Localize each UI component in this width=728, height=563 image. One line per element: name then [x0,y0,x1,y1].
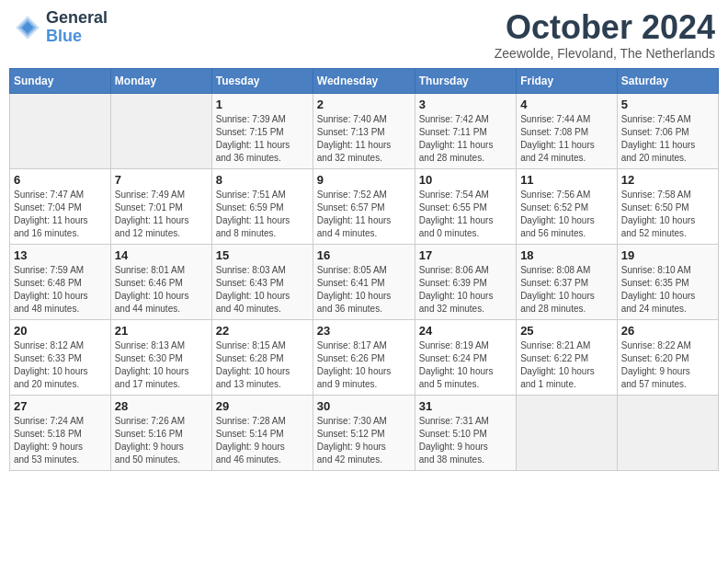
calendar-cell [110,93,211,168]
calendar-cell: 7Sunrise: 7:49 AM Sunset: 7:01 PM Daylig… [110,168,211,244]
calendar-cell: 2Sunrise: 7:40 AM Sunset: 7:13 PM Daylig… [313,93,415,168]
day-info: Sunrise: 8:12 AM Sunset: 6:33 PM Dayligh… [14,339,107,391]
day-info: Sunrise: 7:30 AM Sunset: 5:12 PM Dayligh… [317,415,411,466]
calendar-cell: 19Sunrise: 8:10 AM Sunset: 6:35 PM Dayli… [617,244,718,319]
day-info: Sunrise: 7:42 AM Sunset: 7:11 PM Dayligh… [419,113,512,165]
day-info: Sunrise: 8:05 AM Sunset: 6:41 PM Dayligh… [317,264,411,316]
calendar-cell: 10Sunrise: 7:54 AM Sunset: 6:55 PM Dayli… [415,168,516,244]
calendar-cell [617,395,718,470]
day-number: 6 [14,173,107,187]
calendar-cell: 17Sunrise: 8:06 AM Sunset: 6:39 PM Dayli… [415,244,516,319]
day-number: 20 [14,324,107,338]
day-info: Sunrise: 8:06 AM Sunset: 6:39 PM Dayligh… [419,264,512,316]
day-number: 7 [115,173,208,187]
calendar-table: SundayMondayTuesdayWednesdayThursdayFrid… [9,68,719,471]
calendar-cell: 5Sunrise: 7:45 AM Sunset: 7:06 PM Daylig… [617,93,718,168]
calendar-week-row: 27Sunrise: 7:24 AM Sunset: 5:18 PM Dayli… [10,395,719,470]
day-info: Sunrise: 7:54 AM Sunset: 6:55 PM Dayligh… [419,189,512,240]
day-info: Sunrise: 8:01 AM Sunset: 6:46 PM Dayligh… [115,264,208,316]
calendar-cell: 31Sunrise: 7:31 AM Sunset: 5:10 PM Dayli… [415,395,516,470]
month-title: October 2024 [495,9,715,46]
logo-line1: General [46,9,108,28]
day-info: Sunrise: 8:08 AM Sunset: 6:37 PM Dayligh… [520,264,613,316]
day-number: 4 [520,98,613,111]
calendar-cell: 25Sunrise: 8:21 AM Sunset: 6:22 PM Dayli… [517,319,618,395]
calendar-cell: 30Sunrise: 7:30 AM Sunset: 5:12 PM Dayli… [313,395,415,470]
day-number: 15 [216,248,309,262]
page-header: General Blue October 2024 Zeewolde, Flev… [9,9,719,61]
calendar-cell: 26Sunrise: 8:22 AM Sunset: 6:20 PM Dayli… [617,319,718,395]
calendar-cell: 24Sunrise: 8:19 AM Sunset: 6:24 PM Dayli… [415,319,516,395]
day-number: 26 [621,324,714,338]
calendar-cell: 20Sunrise: 8:12 AM Sunset: 6:33 PM Dayli… [10,319,111,395]
calendar-cell: 28Sunrise: 7:26 AM Sunset: 5:16 PM Dayli… [110,395,211,470]
day-info: Sunrise: 7:51 AM Sunset: 6:59 PM Dayligh… [216,189,309,240]
day-info: Sunrise: 7:47 AM Sunset: 7:04 PM Dayligh… [14,189,107,240]
day-info: Sunrise: 8:21 AM Sunset: 6:22 PM Dayligh… [520,339,613,391]
day-number: 24 [419,324,512,338]
day-info: Sunrise: 8:19 AM Sunset: 6:24 PM Dayligh… [419,339,512,391]
calendar-cell: 12Sunrise: 7:58 AM Sunset: 6:50 PM Dayli… [617,168,718,244]
logo-icon [13,13,42,42]
day-info: Sunrise: 7:24 AM Sunset: 5:18 PM Dayligh… [14,415,107,466]
logo-line2: Blue [46,28,108,46]
day-info: Sunrise: 7:45 AM Sunset: 7:06 PM Dayligh… [621,113,714,165]
calendar-cell: 27Sunrise: 7:24 AM Sunset: 5:18 PM Dayli… [10,395,111,470]
logo: General Blue [13,9,108,46]
day-info: Sunrise: 7:31 AM Sunset: 5:10 PM Dayligh… [419,415,512,466]
calendar-cell: 8Sunrise: 7:51 AM Sunset: 6:59 PM Daylig… [211,168,313,244]
calendar-cell: 1Sunrise: 7:39 AM Sunset: 7:15 PM Daylig… [211,93,313,168]
calendar-cell: 14Sunrise: 8:01 AM Sunset: 6:46 PM Dayli… [110,244,211,319]
day-number: 17 [419,248,512,262]
calendar-cell: 4Sunrise: 7:44 AM Sunset: 7:08 PM Daylig… [517,93,618,168]
calendar-week-row: 6Sunrise: 7:47 AM Sunset: 7:04 PM Daylig… [10,168,719,244]
day-of-week-header: Thursday [415,68,516,93]
day-number: 23 [317,324,411,338]
day-number: 3 [419,98,512,111]
day-info: Sunrise: 7:52 AM Sunset: 6:57 PM Dayligh… [317,189,411,240]
calendar-cell [10,93,111,168]
day-info: Sunrise: 7:49 AM Sunset: 7:01 PM Dayligh… [115,189,208,240]
title-block: October 2024 Zeewolde, Flevoland, The Ne… [495,9,715,61]
day-info: Sunrise: 8:17 AM Sunset: 6:26 PM Dayligh… [317,339,411,391]
calendar-week-row: 20Sunrise: 8:12 AM Sunset: 6:33 PM Dayli… [10,319,719,395]
day-info: Sunrise: 7:40 AM Sunset: 7:13 PM Dayligh… [317,113,411,165]
day-info: Sunrise: 7:28 AM Sunset: 5:14 PM Dayligh… [216,415,309,466]
calendar-cell: 16Sunrise: 8:05 AM Sunset: 6:41 PM Dayli… [313,244,415,319]
calendar-cell [517,395,618,470]
day-number: 29 [216,399,309,413]
day-number: 21 [115,324,208,338]
calendar-cell: 11Sunrise: 7:56 AM Sunset: 6:52 PM Dayli… [517,168,618,244]
day-info: Sunrise: 7:59 AM Sunset: 6:48 PM Dayligh… [14,264,107,316]
day-info: Sunrise: 7:26 AM Sunset: 5:16 PM Dayligh… [115,415,208,466]
calendar-cell: 21Sunrise: 8:13 AM Sunset: 6:30 PM Dayli… [110,319,211,395]
day-number: 19 [621,248,714,262]
day-info: Sunrise: 7:39 AM Sunset: 7:15 PM Dayligh… [216,113,309,165]
day-info: Sunrise: 8:22 AM Sunset: 6:20 PM Dayligh… [621,339,714,391]
day-of-week-header: Saturday [617,68,718,93]
calendar-cell: 18Sunrise: 8:08 AM Sunset: 6:37 PM Dayli… [517,244,618,319]
day-number: 16 [317,248,411,262]
day-number: 30 [317,399,411,413]
day-info: Sunrise: 8:13 AM Sunset: 6:30 PM Dayligh… [115,339,208,391]
calendar-week-row: 13Sunrise: 7:59 AM Sunset: 6:48 PM Dayli… [10,244,719,319]
day-number: 1 [216,98,309,111]
day-of-week-header: Friday [517,68,618,93]
calendar-body: 1Sunrise: 7:39 AM Sunset: 7:15 PM Daylig… [10,93,719,470]
calendar-cell: 6Sunrise: 7:47 AM Sunset: 7:04 PM Daylig… [10,168,111,244]
calendar-cell: 9Sunrise: 7:52 AM Sunset: 6:57 PM Daylig… [313,168,415,244]
day-number: 13 [14,248,107,262]
day-info: Sunrise: 7:58 AM Sunset: 6:50 PM Dayligh… [621,189,714,240]
calendar-cell: 29Sunrise: 7:28 AM Sunset: 5:14 PM Dayli… [211,395,313,470]
calendar-header-row: SundayMondayTuesdayWednesdayThursdayFrid… [10,68,719,93]
location: Zeewolde, Flevoland, The Netherlands [495,46,715,61]
calendar-cell: 3Sunrise: 7:42 AM Sunset: 7:11 PM Daylig… [415,93,516,168]
day-of-week-header: Tuesday [211,68,313,93]
calendar-cell: 15Sunrise: 8:03 AM Sunset: 6:43 PM Dayli… [211,244,313,319]
day-info: Sunrise: 8:10 AM Sunset: 6:35 PM Dayligh… [621,264,714,316]
calendar-cell: 13Sunrise: 7:59 AM Sunset: 6:48 PM Dayli… [10,244,111,319]
day-number: 31 [419,399,512,413]
day-number: 28 [115,399,208,413]
day-info: Sunrise: 8:03 AM Sunset: 6:43 PM Dayligh… [216,264,309,316]
day-number: 11 [520,173,613,187]
